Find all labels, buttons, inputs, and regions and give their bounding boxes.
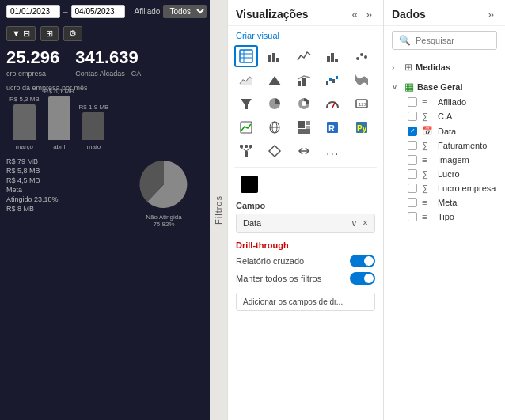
svg-point-10 [356,57,359,60]
ca-checkbox[interactable] [408,112,417,121]
afiliado-checkbox[interactable] [408,97,417,107]
bar-group-maio: R$ 1,9 MB maio [79,104,109,150]
data-icon: 📅 [422,126,433,136]
search-icon: 🔍 [399,35,411,46]
svg-marker-14 [268,76,281,85]
data-checkbox[interactable] [408,127,417,136]
viz-python-icon[interactable]: Py [350,116,374,138]
bar-1 [13,104,36,140]
svg-text:Py: Py [357,124,367,133]
viz-gauge-icon[interactable] [321,93,344,115]
table-icon-btn[interactable]: ⊞ [40,26,59,41]
dados-title: Dados [392,8,426,21]
tree-item-faturamento[interactable]: ∑ Faturamento [384,138,505,153]
svg-rect-15 [298,81,301,86]
relatorio-label: Relatório cruzado [236,256,304,266]
imagem-checkbox[interactable] [408,155,417,165]
bar-top-2: R$ 6,1 MB [44,88,74,95]
tree-item-lucro-empresa[interactable]: ∑ Lucro empresa [384,181,505,195]
bar-2 [48,96,70,140]
data-tree: › ⊞ Medidas ∨ ▦ Base Geral ≡ Afiliado ∑ [384,55,505,229]
manter-label: Manter todos os filtros [236,274,321,283]
viz-treemap-icon[interactable] [292,116,316,138]
metric1: 25.296 cro empresa [6,47,59,78]
medidas-section: › ⊞ Medidas [384,58,505,77]
viz-collapse-btn[interactable]: « [348,6,361,22]
tree-item-meta[interactable]: ≡ Meta [384,195,505,210]
date-end-input[interactable] [71,5,125,18]
viz-pie-icon[interactable] [263,93,287,115]
viz-expand-btn[interactable]: » [363,6,375,22]
settings-icon-btn[interactable]: ⚙ [63,26,82,41]
viz-waterfall-icon[interactable] [321,69,344,91]
medidas-header[interactable]: › ⊞ Medidas [384,59,505,75]
viz-mountain-icon[interactable] [263,69,287,91]
campo-tag[interactable]: Data ∨ × [236,214,375,233]
ca-label: C.A [438,112,452,121]
viz-bar-icon[interactable] [263,45,287,67]
tree-item-ca[interactable]: ∑ C.A [384,109,505,123]
tree-item-imagem[interactable]: ≡ Imagem [384,153,505,167]
imagem-label: Imagem [438,155,469,165]
filter-button[interactable]: ▼ ⊟ [6,26,36,41]
viz-ribbon-icon[interactable] [350,69,374,91]
svg-rect-9 [335,59,338,62]
viz-kpi-icon[interactable] [234,116,258,138]
viz-diamond-icon[interactable] [263,140,287,162]
tree-item-data[interactable]: 📅 Data [384,123,505,138]
relatorio-toggle[interactable] [350,255,375,267]
bar-xlabel-1: março [16,143,33,150]
lucro-empresa-checkbox[interactable] [408,184,417,193]
relatorio-row: Relatório cruzado [236,255,375,267]
campo-chevron-icon[interactable]: ∨ [351,218,358,229]
campo-value: Data [243,218,261,228]
criar-visual-link[interactable]: Criar visual [228,26,383,44]
svg-rect-18 [329,78,332,81]
lucro-checkbox[interactable] [408,169,417,179]
tipo-checkbox[interactable] [408,212,417,221]
bar-xlabel-2: abril [53,143,65,150]
viz-table-icon[interactable] [234,45,258,67]
color-swatch[interactable] [241,176,258,193]
adicionar-campos-btn[interactable]: Adicionar os campos de dr... [236,293,375,311]
affiliated-select[interactable]: Todos [163,5,207,18]
pie-legend: Não Atingida75,82% [146,214,181,228]
tree-item-tipo[interactable]: ≡ Tipo [384,210,505,224]
manter-toggle[interactable] [350,272,375,285]
dados-expand-btn[interactable]: » [484,6,497,22]
viz-column-icon[interactable] [321,45,344,67]
viz-arrows-icon[interactable] [292,140,316,162]
tree-item-afiliado[interactable]: ≡ Afiliado [384,95,505,109]
relatorio-toggle-knob [364,256,374,266]
date-start-input[interactable] [6,5,60,18]
svg-line-22 [332,103,335,108]
viz-area-icon[interactable] [234,69,258,91]
base-geral-header[interactable]: ∨ ▦ Base Geral [384,78,505,95]
lucro-empresa-icon: ∑ [422,184,433,193]
viz-scatter-icon[interactable] [350,45,374,67]
affiliated-label: Afiliado [135,7,161,16]
viz-r-icon[interactable]: R [321,116,344,138]
middle-panel: Visualizações « » Criar visual [227,0,384,420]
viz-divider [234,167,377,168]
viz-decomp-icon[interactable] [234,140,258,162]
svg-rect-19 [332,79,335,83]
bar-group-abril: R$ 6,1 MB abril [44,88,74,150]
lucro-empresa-label: Lucro empresa [438,184,496,193]
viz-funnel-icon[interactable] [234,93,258,115]
svg-text:123: 123 [359,102,367,107]
tree-item-lucro[interactable]: ∑ Lucro [384,167,505,181]
viz-line-icon[interactable] [292,45,316,67]
viz-donut-icon[interactable] [292,93,316,115]
faturamento-checkbox[interactable] [408,141,417,150]
search-input[interactable] [416,36,490,45]
viz-map-icon[interactable] [263,116,287,138]
svg-rect-16 [302,78,306,86]
viz-more-icon[interactable]: ... [321,140,344,162]
viz-combo-icon[interactable] [292,69,316,91]
ca-icon: ∑ [422,112,433,121]
viz-card-icon[interactable]: 123 [350,93,374,115]
meta-checkbox[interactable] [408,198,417,207]
metric2-label: Contas Alcadas - CA [75,70,141,78]
campo-close-icon[interactable]: × [363,218,368,229]
